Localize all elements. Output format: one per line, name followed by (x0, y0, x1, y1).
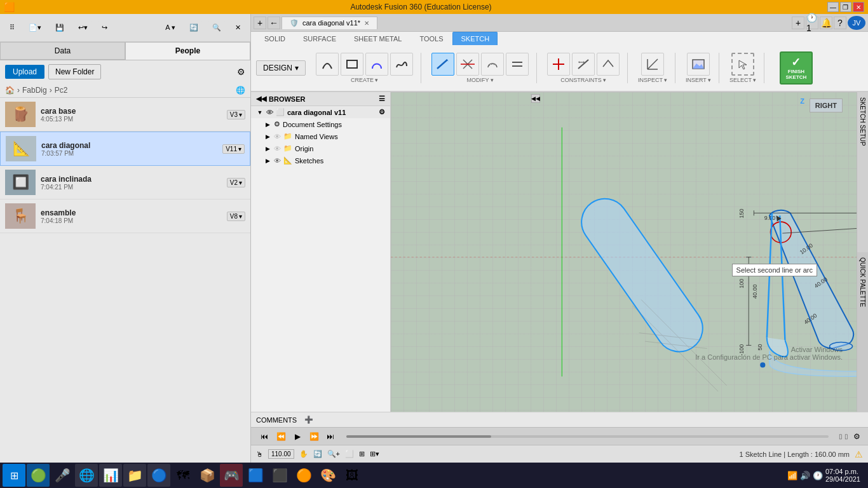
taskbar-app-store[interactable]: 🟢 (27, 464, 50, 487)
datetime-display[interactable]: 07:04 p.m. 29/04/2021 (825, 468, 860, 483)
anim-next[interactable]: ⏩ (308, 431, 320, 442)
zoom-in-btn[interactable]: 🔍+ (327, 450, 340, 458)
fit-btn[interactable]: ⬜ (345, 450, 354, 458)
breadcrumb-settings[interactable]: 🌐 (236, 86, 245, 95)
close-button[interactable]: ✕ (853, 2, 864, 12)
design-dropdown[interactable]: DESIGN ▾ (256, 60, 306, 76)
file-version[interactable]: V2 ▾ (227, 178, 245, 187)
ribbon-tab-sheetmetal[interactable]: SHEET METAL (346, 32, 410, 45)
anim-prev[interactable]: ⏪ (275, 431, 287, 442)
taskbar-app-paint[interactable]: 🎨 (316, 464, 339, 487)
expand-icon[interactable]: ▶ (264, 133, 271, 140)
eye-off-icon[interactable]: 👁 (274, 145, 281, 152)
expand-icon[interactable]: ▶ (264, 157, 271, 165)
breadcrumb-home[interactable]: 🏠 (5, 86, 15, 95)
expand-icon[interactable]: ▶ (264, 121, 271, 128)
upload-button[interactable]: Upload (5, 65, 44, 79)
taskbar-app-orange[interactable]: 🟠 (292, 464, 315, 487)
close-panel-button[interactable]: ✕ (231, 21, 245, 34)
file-version[interactable]: V8 ▾ (227, 212, 245, 221)
new-folder-button[interactable]: New Folder (48, 64, 101, 79)
grid-menu-button[interactable]: ⠿ (5, 21, 19, 34)
user-avatar[interactable]: JV (848, 16, 865, 30)
quick-palette-panel[interactable]: QUICK PALETTE (857, 252, 868, 412)
constraint-h-button[interactable] (547, 53, 570, 76)
item-settings-icon[interactable]: ⚙ (379, 108, 385, 116)
taskbar-app-edge2[interactable]: 🟦 (244, 464, 267, 487)
ribbon-tab-sketch[interactable]: SKETCH (452, 32, 498, 45)
new-file-button[interactable]: 📄▾ (24, 21, 46, 34)
insert-image-button[interactable] (687, 53, 710, 76)
add-comment-btn[interactable]: ➕ (304, 416, 313, 424)
browser-collapse-btn[interactable]: ◀◀ (256, 95, 266, 103)
user-menu-button[interactable]: A ▾ (161, 21, 180, 34)
browser-item[interactable]: ▼ 👁 ⬜ cara diagonal v11 ⚙ (251, 106, 390, 118)
eye-off-icon[interactable]: 👁 (274, 133, 281, 140)
volume-icon[interactable]: 🔊 (800, 471, 810, 480)
select-button[interactable] (731, 53, 754, 76)
nav-mode-btn[interactable]: 🖱 (256, 451, 263, 458)
add-tab-button[interactable]: + (792, 17, 804, 29)
minimize-button[interactable]: — (827, 2, 839, 12)
grid-btn[interactable]: ⊞ (359, 450, 365, 458)
breadcrumb-pc2[interactable]: Pc2 (55, 86, 68, 95)
ribbon-tab-tools[interactable]: TOOLS (411, 32, 451, 45)
taskbar-app-maps[interactable]: 🗺 (172, 464, 194, 487)
browser-item[interactable]: ▶ 👁 📁 Named Views (251, 130, 390, 142)
file-version[interactable]: V11 ▾ (222, 144, 245, 154)
history-button[interactable]: 🕐1 (806, 17, 818, 29)
ribbon-tab-solid[interactable]: SOLID (256, 32, 294, 45)
browser-item[interactable]: ▶ 👁 📐 Sketches (251, 154, 390, 166)
start-button[interactable]: ⊞ (3, 464, 25, 487)
circle-tool-button[interactable] (365, 53, 388, 76)
taskbar-app-chrome[interactable]: 🔵 (147, 464, 170, 487)
tab-people[interactable]: People (125, 42, 250, 60)
pan-btn[interactable]: ✋ (299, 450, 308, 458)
viewport[interactable]: R9.50 9.00 10.00 40.00 40.00 40.00 (391, 92, 868, 412)
expand-icon[interactable]: ▼ (256, 109, 264, 116)
file-item[interactable]: 🪑 ensamble 7:04:18 PM V8 ▾ (0, 200, 250, 233)
network-icon[interactable]: 📶 (787, 471, 797, 480)
equals-button[interactable] (506, 53, 529, 76)
measure-button[interactable] (597, 53, 620, 76)
ribbon-tab-surface[interactable]: SURFACE (295, 32, 344, 45)
visibility-icon[interactable]: 👁 (266, 109, 273, 116)
orbit-btn[interactable]: 🔄 (313, 450, 322, 458)
taskbar-app-red[interactable]: 🎮 (220, 464, 243, 487)
file-item[interactable]: 🪵 cara base 4:05:13 PM V3 ▾ (0, 98, 250, 132)
breadcrumb-fabdig[interactable]: FabDig (22, 86, 47, 95)
search-button[interactable]: 🔍 (208, 21, 226, 34)
anim-settings-btn[interactable]: ⚙ (853, 432, 860, 441)
collapse-browser-btn[interactable]: ◀◀ (531, 94, 540, 103)
rect-tool-button[interactable] (341, 53, 363, 76)
anim-skip-forward[interactable]: ⏭ (325, 431, 336, 442)
restore-button[interactable]: ❐ (840, 2, 851, 12)
anim-skip-back[interactable]: ⏮ (259, 431, 270, 442)
browser-menu-btn[interactable]: ☰ (379, 95, 385, 103)
taskbar-app-dark[interactable]: ⬛ (268, 464, 291, 487)
expand-icon[interactable]: ▶ (264, 145, 271, 152)
file-version[interactable]: V3 ▾ (227, 110, 245, 119)
taskbar-app-ppt[interactable]: 📊 (99, 464, 122, 487)
help-button[interactable]: ? (834, 17, 846, 29)
tab-data[interactable]: Data (0, 42, 125, 60)
browser-item[interactable]: ▶ 👁 📁 Origin (251, 142, 390, 154)
undo-button[interactable]: ↩▾ (74, 21, 92, 34)
browser-item[interactable]: ▶ ⚙ Document Settings (251, 118, 390, 130)
quick-setup-panel[interactable]: SKETCH SETUP (857, 92, 868, 252)
eye-icon[interactable]: 👁 (274, 157, 281, 165)
tab-close-button[interactable]: ✕ (364, 20, 369, 27)
offset-button[interactable] (481, 53, 504, 76)
view-options-btn[interactable]: ⊞▾ (370, 450, 379, 458)
taskbar-app-mic[interactable]: 🎤 (51, 464, 74, 487)
notification-button[interactable]: 🔔 (820, 17, 832, 29)
workspace-tab[interactable]: 🛡️ cara diagonal v11* ✕ (281, 17, 377, 29)
clock-icon[interactable]: 🕐 (813, 471, 823, 480)
new-tab-button[interactable]: + (254, 17, 266, 29)
file-item[interactable]: 🔲 cara inclinada 7:04:21 PM V2 ▾ (0, 166, 250, 200)
arc-tool-button[interactable] (316, 53, 339, 76)
save-button[interactable]: 💾 (51, 21, 69, 34)
taskbar-app-zotero[interactable]: 📦 (196, 464, 219, 487)
taskbar-app-edge[interactable]: 🌐 (75, 464, 98, 487)
file-item[interactable]: 📐 cara diagonal 7:03:57 PM V11 ▾ (0, 132, 250, 166)
